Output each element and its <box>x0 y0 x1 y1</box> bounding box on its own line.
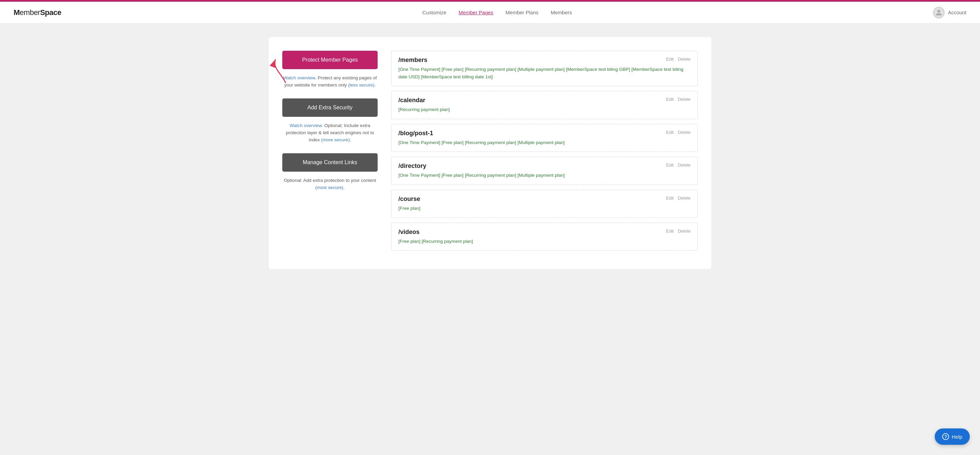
protect-watch-overview-link[interactable]: Watch overview. <box>283 75 317 80</box>
logo: MemberSpace <box>14 8 61 17</box>
help-button[interactable]: ? Help <box>935 428 970 445</box>
page-path-1: /calendar <box>398 97 425 104</box>
page-item-header-3: /directory Edit Delete <box>398 162 690 170</box>
page-actions-5: Edit Delete <box>666 229 690 234</box>
page-item: /blog/post-1 Edit Delete [One Time Payme… <box>391 124 698 152</box>
nav-member-plans[interactable]: Member Plans <box>506 10 539 15</box>
page-item: /course Edit Delete [Free plan] <box>391 190 698 218</box>
delete-link-1[interactable]: Delete <box>678 97 690 102</box>
page-item-header-4: /course Edit Delete <box>398 196 690 203</box>
delete-link-0[interactable]: Delete <box>678 57 690 62</box>
page-actions-3: Edit Delete <box>666 162 690 167</box>
links-description: Optional: Add extra protection to your c… <box>282 177 378 191</box>
page-actions-4: Edit Delete <box>666 196 690 200</box>
page-plans-1: [Recurring payment plan] <box>398 106 690 113</box>
help-label: Help <box>952 434 962 440</box>
page-item: /directory Edit Delete [One Time Payment… <box>391 157 698 185</box>
account-label: Account <box>948 10 966 15</box>
edit-link-3[interactable]: Edit <box>666 162 673 167</box>
security-watch-overview-link[interactable]: Watch overview. <box>290 123 323 128</box>
content-card: Protect Member Pages Watch overview. Pro… <box>269 37 711 269</box>
pages-list: /members Edit Delete [One Time Payment] … <box>391 51 698 255</box>
page-plans-0: [One Time Payment] [Free plan] [Recurrin… <box>398 66 690 80</box>
sidebar: Protect Member Pages Watch overview. Pro… <box>282 51 378 255</box>
nav-member-pages[interactable]: Member Pages <box>459 10 493 15</box>
account-avatar <box>933 7 945 18</box>
main-nav: Customize Member Pages Member Plans Memb… <box>422 10 572 15</box>
page-path-0: /members <box>398 57 427 64</box>
page-item: /members Edit Delete [One Time Payment] … <box>391 51 698 86</box>
nav-members[interactable]: Members <box>550 10 572 15</box>
edit-link-2[interactable]: Edit <box>666 130 673 135</box>
delete-link-2[interactable]: Delete <box>678 130 690 135</box>
page-item-header-5: /videos Edit Delete <box>398 229 690 235</box>
page-actions-0: Edit Delete <box>666 57 690 62</box>
delete-link-4[interactable]: Delete <box>678 196 690 200</box>
security-description: Watch overview. Optional: Include extra … <box>282 122 378 144</box>
links-most-secure-link[interactable]: (most secure) <box>315 185 344 190</box>
page-plans-3: [One Time Payment] [Free plan] [Recurrin… <box>398 172 690 179</box>
add-extra-security-button[interactable]: Add Extra Security <box>282 99 378 117</box>
protect-less-secure-link[interactable]: (less secure) <box>348 83 374 88</box>
edit-link-1[interactable]: Edit <box>666 97 673 102</box>
protect-member-pages-button[interactable]: Protect Member Pages <box>282 51 378 69</box>
account-menu[interactable]: Account <box>933 7 966 18</box>
page-item-header-2: /blog/post-1 Edit Delete <box>398 130 690 137</box>
page-item: /videos Edit Delete [Free plan] [Recurri… <box>391 223 698 251</box>
main-content: Protect Member Pages Watch overview. Pro… <box>0 24 980 283</box>
page-actions-1: Edit Delete <box>666 97 690 102</box>
page-item-header-0: /members Edit Delete <box>398 57 690 64</box>
page-item-header-1: /calendar Edit Delete <box>398 97 690 104</box>
edit-link-0[interactable]: Edit <box>666 57 673 62</box>
page-plans-2: [One Time Payment] [Free plan] [Recurrin… <box>398 139 690 146</box>
page-plans-5: [Free plan] [Recurring payment plan] <box>398 238 690 245</box>
edit-link-5[interactable]: Edit <box>666 229 673 234</box>
edit-link-4[interactable]: Edit <box>666 196 673 200</box>
page-path-4: /course <box>398 196 420 203</box>
page-plans-4: [Free plan] <box>398 205 690 212</box>
page-path-3: /directory <box>398 162 426 170</box>
manage-content-links-button[interactable]: Manage Content Links <box>282 153 378 172</box>
page-path-5: /videos <box>398 229 420 235</box>
nav-customize[interactable]: Customize <box>422 10 446 15</box>
security-more-secure-link[interactable]: (more secure) <box>321 137 350 142</box>
page-actions-2: Edit Delete <box>666 130 690 135</box>
page-item: /calendar Edit Delete [Recurring payment… <box>391 91 698 119</box>
delete-link-3[interactable]: Delete <box>678 162 690 167</box>
help-icon: ? <box>942 433 949 440</box>
protect-description: Watch overview. Protect any existing pag… <box>282 75 378 89</box>
page-path-2: /blog/post-1 <box>398 130 433 137</box>
main-header: MemberSpace Customize Member Pages Membe… <box>0 2 980 24</box>
delete-link-5[interactable]: Delete <box>678 229 690 234</box>
